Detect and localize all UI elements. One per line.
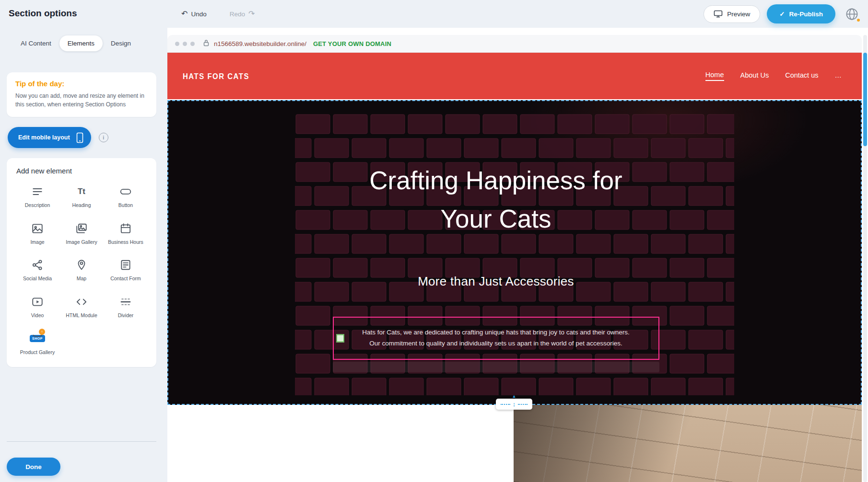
section-resize-handle[interactable]: ↕	[496, 399, 532, 410]
edit-mobile-label: Edit mobile layout	[18, 134, 70, 141]
sidebar-tabs: AI Content Elements Design	[12, 35, 156, 51]
resize-arrow-up-icon: ▲	[496, 394, 532, 399]
redo-icon: ↷	[248, 10, 255, 18]
hero-title[interactable]: Crafting Happiness for Your Cats	[369, 161, 622, 238]
sidebar: AI Content Elements Design Tip of the da…	[0, 28, 167, 482]
topbar: Section options ↶ Undo Redo ↷ Preview ✓ …	[0, 0, 868, 28]
preview-label: Preview	[727, 11, 750, 18]
image-icon	[30, 221, 45, 236]
add-element-heading[interactable]: Tt Heading	[59, 184, 104, 209]
undo-redo-group: ↶ Undo Redo ↷	[178, 0, 258, 28]
preview-button[interactable]: Preview	[704, 5, 760, 23]
undo-label: Undo	[191, 11, 206, 18]
dashed-line	[518, 404, 528, 405]
button-icon	[118, 184, 133, 199]
add-element-title: Add new element	[16, 167, 148, 175]
republish-button[interactable]: ✓ Re-Publish	[767, 4, 835, 23]
window-dot	[183, 42, 187, 46]
heading-icon: Tt	[74, 184, 89, 199]
next-section-photo	[514, 405, 862, 482]
topbar-actions: Preview ✓ Re-Publish	[704, 0, 861, 28]
site-logo[interactable]: Hats for Cats	[183, 71, 249, 80]
element-hover-ghost	[333, 362, 659, 372]
hero-paragraph-selected[interactable]: Hats for Cats, we are dedicated to craft…	[333, 317, 659, 360]
website-builder-app: Section options ↶ Undo Redo ↷ Preview ✓ …	[0, 0, 868, 482]
tab-elements[interactable]: Elements	[59, 35, 103, 51]
image-gallery-icon	[74, 221, 89, 236]
add-element-panel: Add new element Description Tt Heading	[7, 158, 156, 367]
done-button[interactable]: Done	[7, 458, 60, 476]
map-pin-icon	[74, 258, 89, 272]
next-section-white-area	[167, 405, 514, 482]
scrollbar[interactable]	[863, 35, 867, 482]
site-header: Hats for Cats Home About Us Contact us …	[167, 53, 862, 99]
tip-title: Tip of the day:	[15, 80, 148, 88]
window-dots	[175, 42, 195, 46]
site-nav: Home About Us Contact us …	[705, 71, 842, 81]
tip-body: Now you can add, move and resize any ele…	[15, 92, 148, 109]
nav-contact-us[interactable]: Contact us	[785, 71, 818, 80]
dashed-line	[501, 404, 510, 405]
contact-form-icon	[118, 258, 133, 272]
browser-chrome: n1566589.websitebuilder.online/ GET YOUR…	[167, 35, 862, 53]
get-your-own-domain-link[interactable]: GET YOUR OWN DOMAIN	[313, 40, 391, 47]
hero-section-selected[interactable]: Crafting Happiness for Your Cats More th…	[167, 100, 862, 405]
edit-mobile-row: Edit mobile layout i	[8, 127, 156, 148]
sidebar-footer: Done	[7, 441, 156, 476]
check-icon: ✓	[779, 10, 785, 18]
add-element-divider[interactable]: Divider	[104, 295, 148, 319]
add-element-social-media[interactable]: Social Media	[15, 258, 59, 282]
sidebar-divider	[7, 441, 156, 442]
tab-design[interactable]: Design	[103, 35, 139, 51]
add-element-description[interactable]: Description	[15, 184, 59, 209]
add-element-contact-form[interactable]: Contact Form	[104, 258, 148, 282]
social-media-icon	[30, 258, 45, 272]
edit-mobile-layout-button[interactable]: Edit mobile layout	[8, 127, 91, 148]
globe-icon	[845, 8, 858, 21]
monitor-icon	[714, 10, 723, 18]
undo-button[interactable]: ↶ Undo	[178, 10, 210, 18]
phone-icon	[76, 132, 83, 143]
nav-home[interactable]: Home	[705, 71, 724, 81]
add-element-video[interactable]: Video	[15, 295, 59, 319]
business-hours-icon	[118, 221, 133, 236]
element-grid: Description Tt Heading Button Ima	[15, 184, 148, 356]
redo-button[interactable]: Redo ↷	[227, 10, 258, 18]
site-canvas: n1566589.websitebuilder.online/ GET YOUR…	[167, 28, 862, 482]
page-title: Section options	[9, 8, 77, 19]
scrollbar-thumb[interactable]	[863, 53, 867, 146]
notification-dot	[857, 19, 860, 22]
resize-vertical-icon: ↕	[513, 401, 516, 407]
lock-icon	[203, 39, 209, 48]
element-drag-handle[interactable]	[336, 334, 344, 342]
add-element-image-gallery[interactable]: Image Gallery	[59, 221, 104, 246]
add-element-business-hours[interactable]: Business Hours	[104, 221, 148, 246]
url-text: n1566589.websitebuilder.online/	[214, 40, 306, 47]
shop-badge-arrow-icon: ↑	[39, 329, 45, 335]
add-element-button[interactable]: Button	[104, 184, 148, 209]
description-icon	[30, 184, 45, 199]
redo-label: Redo	[230, 11, 245, 18]
tab-ai-content[interactable]: AI Content	[12, 35, 59, 51]
add-element-product-gallery[interactable]: SHOP ↑ Product Gallery	[15, 332, 59, 356]
product-gallery-icon: SHOP ↑	[30, 332, 45, 346]
divider-icon	[118, 295, 133, 309]
add-element-html-module[interactable]: HTML Module	[59, 295, 104, 319]
section-resize-control: ▲ ↕	[496, 394, 532, 410]
language-globe-button[interactable]	[842, 4, 861, 23]
add-element-map[interactable]: Map	[59, 258, 104, 282]
undo-icon: ↶	[181, 10, 188, 18]
code-icon	[74, 295, 89, 309]
republish-label: Re-Publish	[789, 11, 823, 18]
window-dot	[190, 42, 195, 46]
nav-about-us[interactable]: About Us	[740, 71, 769, 80]
info-icon[interactable]: i	[99, 133, 108, 142]
tip-of-the-day-card: Tip of the day: Now you can add, move an…	[7, 72, 156, 117]
window-dot	[175, 42, 179, 46]
video-icon	[30, 295, 45, 309]
hero-subtitle[interactable]: More than Just Accessories	[418, 274, 574, 289]
add-element-image[interactable]: Image	[15, 221, 59, 246]
hero-content: Crafting Happiness for Your Cats More th…	[167, 101, 842, 404]
nav-more-ellipsis[interactable]: …	[835, 71, 842, 80]
